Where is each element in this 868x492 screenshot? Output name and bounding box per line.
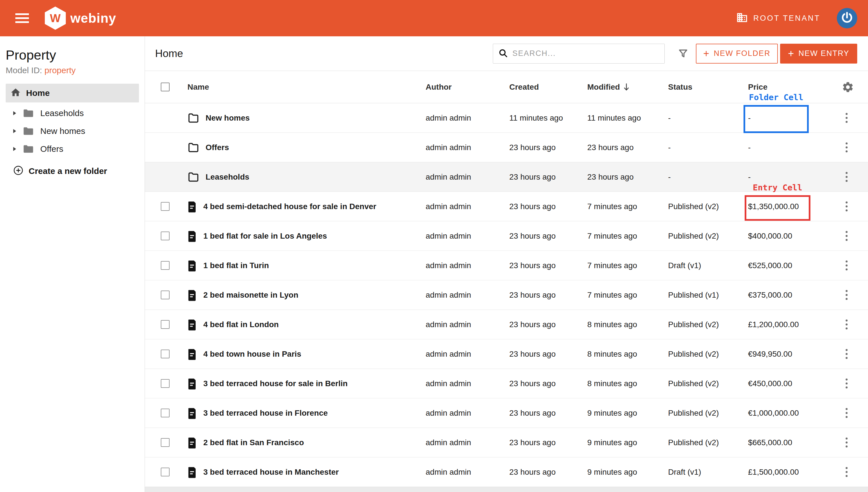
kebab-menu-icon[interactable]	[842, 169, 851, 185]
row-checkbox[interactable]	[161, 468, 169, 476]
filter-icon[interactable]	[678, 48, 688, 59]
row-name-label: 3 bed terraced house in Manchester	[203, 468, 339, 477]
search-icon	[498, 48, 508, 59]
kebab-menu-icon[interactable]	[842, 288, 851, 303]
status-cell: Published (v1)	[668, 291, 748, 300]
search-input[interactable]	[512, 49, 659, 58]
modified-cell: 23 hours ago	[587, 143, 668, 152]
modified-cell: 9 minutes ago	[587, 409, 668, 418]
column-header-price[interactable]: Price	[748, 82, 839, 92]
sidebar-folder-leaseholds[interactable]: Leaseholds	[0, 104, 144, 122]
tenant-selector[interactable]: ROOT TENANT	[736, 11, 820, 25]
chevron-right-icon[interactable]	[12, 110, 17, 116]
kebab-menu-icon[interactable]	[842, 258, 851, 273]
price-cell: -	[748, 114, 839, 123]
row-actions-cell	[839, 228, 868, 244]
table-row[interactable]: 2 bed flat in San Franciscoadmin admin23…	[145, 428, 868, 458]
row-checkbox-cell	[145, 379, 187, 388]
chevron-right-icon[interactable]	[12, 128, 17, 134]
created-cell: 11 minutes ago	[509, 114, 587, 123]
table-row[interactable]: 3 bed terraced house in Florenceadmin ad…	[145, 398, 868, 428]
kebab-menu-icon[interactable]	[842, 405, 851, 421]
column-header-author[interactable]: Author	[426, 82, 509, 92]
table-row[interactable]: 3 bed terraced house in Manchesteradmin …	[145, 458, 868, 487]
status-cell: -	[668, 143, 748, 152]
kebab-menu-icon[interactable]	[842, 110, 851, 126]
row-checkbox[interactable]	[161, 261, 169, 270]
row-checkbox[interactable]	[161, 409, 169, 417]
row-name-label: 4 bed town house in Paris	[203, 349, 301, 359]
kebab-menu-icon[interactable]	[842, 228, 851, 244]
webiny-logo[interactable]: W webiny	[45, 6, 116, 30]
row-checkbox[interactable]	[161, 438, 169, 447]
kebab-menu-icon[interactable]	[842, 346, 851, 362]
document-icon	[187, 260, 197, 272]
kebab-menu-icon[interactable]	[842, 435, 851, 450]
table-row[interactable]: 4 bed flat in Londonadmin admin23 hours …	[145, 310, 868, 339]
row-checkbox[interactable]	[161, 202, 169, 211]
modified-cell: 8 minutes ago	[587, 320, 668, 329]
row-actions-cell	[839, 465, 868, 480]
kebab-menu-icon[interactable]	[842, 376, 851, 391]
name-cell: Leaseholds	[187, 172, 426, 182]
kebab-menu-icon[interactable]	[842, 140, 851, 155]
webiny-hexagon-icon: W	[45, 6, 66, 30]
main-content: Home + NEW FOLDER + NEW ENTRY	[145, 36, 868, 492]
status-cell: Published (v2)	[668, 438, 748, 447]
row-checkbox-cell	[145, 349, 187, 359]
table-row[interactable]: Offersadmin admin23 hours ago23 hours ag…	[145, 133, 868, 162]
column-header-name[interactable]: Name	[187, 82, 426, 92]
new-entry-button[interactable]: + NEW ENTRY	[780, 44, 857, 64]
folder-tree: LeaseholdsNew homesOffers	[0, 104, 144, 158]
kebab-menu-icon[interactable]	[842, 199, 851, 214]
user-avatar[interactable]	[837, 8, 857, 28]
table-settings-gear-icon[interactable]	[839, 81, 868, 93]
document-icon	[187, 201, 197, 213]
table-row[interactable]: 1 bed flat in Turinadmin admin23 hours a…	[145, 251, 868, 280]
modified-cell: 7 minutes ago	[587, 261, 668, 270]
power-icon	[841, 11, 853, 25]
row-checkbox[interactable]	[161, 291, 169, 299]
document-icon	[187, 348, 197, 360]
status-cell: Draft (v1)	[668, 468, 748, 477]
row-checkbox[interactable]	[161, 349, 169, 359]
create-folder-button[interactable]: Create a new folder	[0, 165, 144, 177]
kebab-menu-icon[interactable]	[842, 317, 851, 332]
author-cell: admin admin	[426, 261, 509, 270]
row-checkbox[interactable]	[161, 320, 169, 329]
price-cell: $1,350,000.00	[748, 202, 839, 211]
table-header-row: Name Author Created Modified Status Pric…	[145, 71, 868, 103]
column-header-modified[interactable]: Modified	[587, 82, 668, 92]
kebab-menu-icon[interactable]	[842, 465, 851, 480]
row-name-label: New homes	[206, 114, 250, 123]
sidebar-folder-offers[interactable]: Offers	[0, 140, 144, 158]
select-all-checkbox[interactable]	[161, 82, 169, 91]
folder-icon	[187, 142, 199, 153]
column-header-created[interactable]: Created	[509, 82, 587, 92]
row-actions-cell	[839, 199, 868, 214]
price-cell: €525,000.00	[748, 261, 839, 270]
table-row[interactable]: 4 bed town house in Parisadmin admin23 h…	[145, 339, 868, 369]
hamburger-menu-icon[interactable]	[15, 13, 29, 23]
row-checkbox[interactable]	[161, 379, 169, 388]
row-actions-cell	[839, 317, 868, 332]
new-folder-button[interactable]: + NEW FOLDER	[696, 44, 778, 64]
name-cell: 4 bed town house in Paris	[187, 348, 426, 360]
status-cell: -	[668, 173, 748, 181]
column-header-status[interactable]: Status	[668, 82, 748, 92]
row-checkbox[interactable]	[161, 231, 169, 240]
row-name-label: Offers	[206, 143, 229, 152]
chevron-right-icon[interactable]	[12, 146, 17, 152]
table-row[interactable]: Leaseholdsadmin admin23 hours ago23 hour…	[145, 162, 868, 192]
table-row[interactable]: 2 bed maisonette in Lyonadmin admin23 ho…	[145, 280, 868, 310]
document-icon	[187, 407, 197, 419]
table-row[interactable]: 1 bed flat for sale in Los Angelesadmin …	[145, 221, 868, 251]
sidebar-folder-new-homes[interactable]: New homes	[0, 122, 144, 140]
name-cell: New homes	[187, 113, 426, 123]
row-name-label: 1 bed flat in Turin	[203, 261, 269, 270]
sidebar-item-home[interactable]: Home	[6, 84, 139, 102]
created-cell: 23 hours ago	[509, 291, 587, 300]
table-row[interactable]: 4 bed semi-detached house for sale in De…	[145, 192, 868, 221]
table-row[interactable]: 3 bed terraced house for sale in Berlina…	[145, 369, 868, 398]
table-row[interactable]: New homesadmin admin11 minutes ago11 min…	[145, 103, 868, 133]
